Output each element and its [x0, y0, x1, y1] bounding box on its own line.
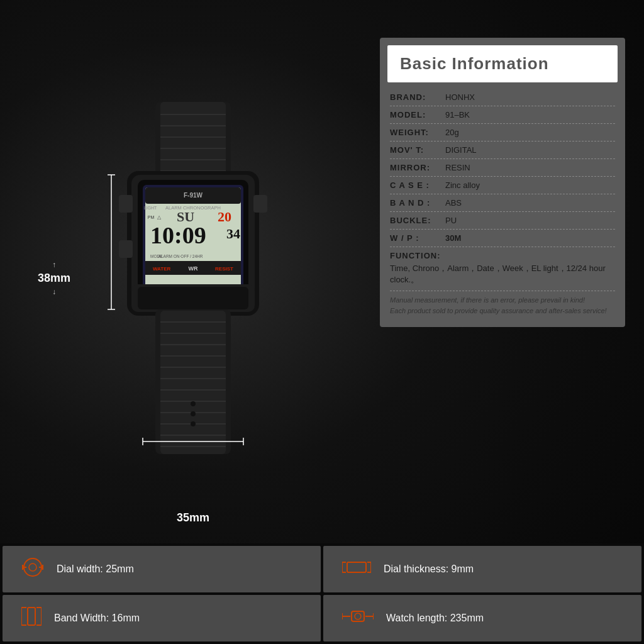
dial-thickness-icon: [342, 556, 371, 583]
buckle-key: BUCKLE:: [390, 216, 440, 225]
svg-text:LIGHT: LIGHT: [144, 206, 157, 210]
dial-thickness-text: Dial thickness: 9mm: [384, 564, 474, 575]
watch-length-text: Watch length: 235mm: [386, 613, 484, 624]
dial-width-icon: [21, 556, 44, 583]
buckle-value: PU: [445, 216, 457, 225]
stat-band-width: Band Width: 16mm: [3, 595, 321, 641]
info-note: Manual measurement, if there is an error…: [390, 291, 615, 321]
svg-point-50: [191, 421, 196, 426]
stat-dial-width: Dial width: 25mm: [3, 546, 321, 592]
weight-key: WEIGHT:: [390, 128, 440, 137]
svg-rect-13: [253, 195, 267, 213]
brand-value: HONHX: [445, 92, 475, 102]
svg-point-58: [29, 564, 36, 571]
band-width-text: Band Width: 16mm: [54, 613, 140, 624]
watch-area: ↑ 38mm ↓: [19, 25, 367, 531]
info-row-buckle: BUCKLE: PU: [390, 212, 615, 230]
svg-text:20: 20: [218, 209, 231, 225]
svg-rect-1: [160, 102, 226, 176]
model-key: MODEL:: [390, 110, 440, 119]
top-section: ↑ 38mm ↓: [0, 0, 644, 543]
svg-point-78: [355, 613, 361, 619]
watch-length-icon: [342, 605, 374, 632]
info-row-band: B A N D : ABS: [390, 194, 615, 212]
svg-rect-35: [160, 311, 226, 454]
svg-text:F-91W: F-91W: [184, 192, 203, 199]
info-row-wp: W / P : 30M: [390, 230, 615, 247]
svg-rect-33: [138, 287, 248, 309]
weight-value: 20g: [445, 128, 459, 137]
svg-text:34: 34: [226, 226, 240, 242]
mirror-value: RESIN: [445, 163, 470, 172]
svg-rect-11: [119, 195, 133, 213]
watch-container: F-91W LIGHT ALARM CHRONOGRAPH PM △ SU 20…: [92, 102, 294, 454]
svg-text:ALARM  ON·OFF / 24HR: ALARM ON·OFF / 24HR: [158, 254, 203, 258]
svg-text:10:09: 10:09: [150, 222, 206, 248]
info-row-brand: BRAND: HONHX: [390, 89, 615, 106]
info-row-movt: MOV' T: DIGITAL: [390, 142, 615, 159]
stat-watch-length: Watch length: 235mm: [323, 595, 641, 641]
watch-svg: F-91W LIGHT ALARM CHRONOGRAPH PM △ SU 20…: [92, 102, 294, 454]
height-label: 38mm: [38, 272, 70, 285]
width-label: 35mm: [177, 511, 209, 524]
width-dimension: 35mm: [177, 511, 209, 525]
brand-key: BRAND:: [390, 92, 440, 102]
info-row-function: FUNCTION: Time, Chrono，Alarm，Date，Week，E…: [390, 247, 615, 291]
info-row-model: MODEL: 91–BK: [390, 106, 615, 124]
svg-rect-63: [347, 562, 366, 572]
model-value: 91–BK: [445, 110, 470, 119]
svg-text:PM: PM: [148, 215, 155, 219]
info-panel: Basic Information BRAND: HONHX MODEL: 91…: [380, 38, 625, 327]
svg-point-48: [191, 401, 196, 406]
svg-text:RESIST: RESIST: [215, 266, 233, 272]
wp-value: 30M: [445, 233, 461, 243]
band-width-icon: [21, 605, 42, 632]
bottom-bar: Dial width: 25mm Dial thickness: 9mm: [0, 543, 644, 644]
svg-rect-12: [119, 240, 133, 258]
case-value: Zinc alloy: [445, 180, 480, 190]
band-key: B A N D :: [390, 198, 440, 208]
svg-text:WR: WR: [189, 265, 198, 272]
info-panel-title: Basic Information: [400, 54, 549, 73]
movt-value: DIGITAL: [445, 145, 477, 155]
dial-width-text: Dial width: 25mm: [57, 564, 134, 575]
svg-point-49: [191, 411, 196, 416]
svg-text:WATER: WATER: [153, 266, 171, 272]
movt-key: MOV' T:: [390, 145, 440, 155]
case-key: C A S E :: [390, 180, 440, 190]
info-rows: BRAND: HONHX MODEL: 91–BK WEIGHT: 20g MO…: [380, 89, 625, 327]
main-content: ↑ 38mm ↓: [0, 0, 644, 644]
wp-key: W / P :: [390, 233, 440, 243]
info-title-box: Basic Information: [387, 45, 618, 82]
svg-text:△: △: [157, 214, 162, 220]
band-value: ABS: [445, 198, 462, 208]
function-key: FUNCTION:: [390, 251, 441, 260]
info-row-case: C A S E : Zinc alloy: [390, 177, 615, 194]
svg-point-57: [24, 558, 42, 576]
info-row-mirror: MIRROR: RESIN: [390, 159, 615, 177]
stat-dial-thickness: Dial thickness: 9mm: [323, 546, 641, 592]
height-dimension: ↑ 38mm ↓: [38, 260, 70, 296]
function-value: Time, Chrono，Alarm，Date，Week，EL light，12…: [390, 263, 615, 286]
mirror-key: MIRROR:: [390, 163, 440, 172]
info-row-weight: WEIGHT: 20g: [390, 124, 615, 142]
svg-rect-70: [28, 608, 35, 625]
